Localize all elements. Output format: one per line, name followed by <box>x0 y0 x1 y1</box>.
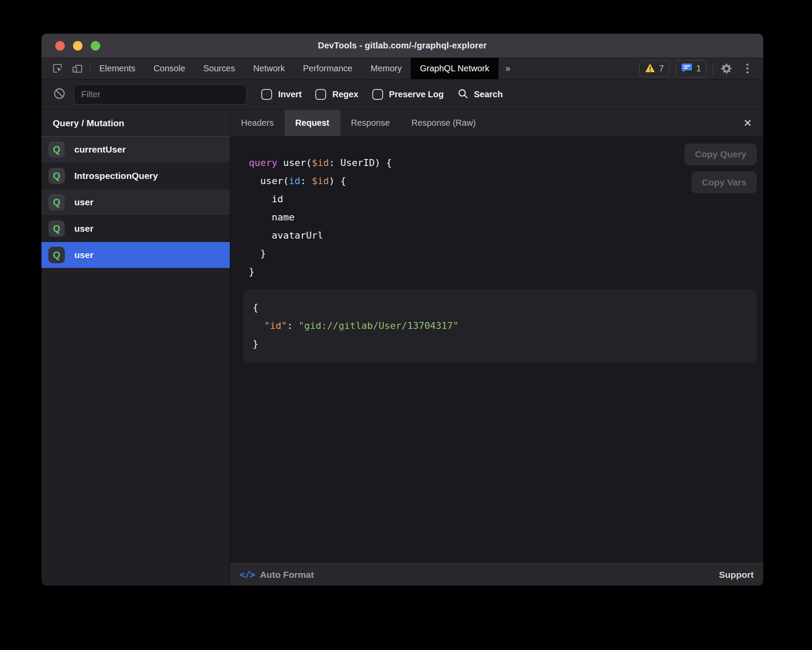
filter-input[interactable] <box>74 84 247 105</box>
query-list-item-introspectionquery[interactable]: QIntrospectionQuery <box>41 163 230 189</box>
sidebar-header: Query / Mutation <box>41 110 230 137</box>
search-icon <box>457 88 469 101</box>
query-type-icon: Q <box>48 194 65 210</box>
clear-block-icon[interactable] <box>54 88 65 101</box>
panel-tabs: HeadersRequestResponseResponse (Raw) ✕ <box>230 110 763 137</box>
query-list-item-user[interactable]: Quser <box>41 189 230 216</box>
inspect-element-icon[interactable] <box>51 62 64 75</box>
query-name-label: currentUser <box>74 144 126 155</box>
toolbar-right-divider <box>713 63 713 75</box>
warning-count: 7 <box>659 64 664 73</box>
code-line: } <box>249 263 763 281</box>
code-line: name <box>249 208 763 226</box>
query-variables-box: { "id": "gid://gitlab/User/13704317"} <box>243 290 757 362</box>
copy-query-button[interactable]: Copy Query <box>685 143 757 165</box>
panel-footer: </> Auto Format Support <box>230 563 763 586</box>
toolbar-tabs: ElementsConsoleSourcesNetworkPerformance… <box>90 58 498 79</box>
filter-bar: InvertRegexPreserve Log Search <box>41 80 763 110</box>
checkbox-invert[interactable]: Invert <box>261 89 301 100</box>
code-line: "id": "gid://gitlab/User/13704317" <box>253 317 757 335</box>
toolbar-tab-graphql-network[interactable]: GraphQL Network <box>411 58 498 79</box>
warnings-badge[interactable]: 7 <box>639 61 669 77</box>
checkbox-label: Preserve Log <box>389 89 444 99</box>
filter-checkboxes: InvertRegexPreserve Log <box>261 89 444 100</box>
checkbox-label: Regex <box>332 89 358 99</box>
close-panel-icon[interactable]: ✕ <box>740 110 755 136</box>
title-bar: DevTools - gitlab.com/-/graphql-explorer <box>41 34 763 58</box>
query-type-icon: Q <box>48 141 65 158</box>
devtools-toolbar: ElementsConsoleSourcesNetworkPerformance… <box>41 58 763 80</box>
toolbar-tab-performance[interactable]: Performance <box>294 58 362 79</box>
toolbar-tab-network[interactable]: Network <box>244 58 294 79</box>
query-list-item-currentuser[interactable]: QcurrentUser <box>41 137 230 163</box>
checkbox-box-invert[interactable] <box>261 89 272 100</box>
minimize-window-button[interactable] <box>73 41 82 51</box>
close-window-button[interactable] <box>55 41 65 51</box>
search-group[interactable]: Search <box>457 88 503 101</box>
auto-format-label: Auto Format <box>260 570 314 580</box>
panel-tab-response-raw[interactable]: Response (Raw) <box>401 110 487 136</box>
query-name-label: user <box>74 223 93 234</box>
checkbox-box-preserve-log[interactable] <box>372 89 383 100</box>
toolbar-tab-console[interactable]: Console <box>144 58 194 79</box>
query-name-label: IntrospectionQuery <box>74 171 158 181</box>
zoom-window-button[interactable] <box>91 41 100 51</box>
copy-vars-button[interactable]: Copy Vars <box>691 172 757 193</box>
checkbox-box-regex[interactable] <box>315 89 326 100</box>
query-type-icon: Q <box>48 168 65 184</box>
chevron-double-right-icon: » <box>505 63 511 74</box>
query-type-icon: Q <box>48 247 65 263</box>
toolbar-tab-memory[interactable]: Memory <box>362 58 411 79</box>
panel-tab-request[interactable]: Request <box>285 110 340 136</box>
checkbox-label: Invert <box>278 89 301 99</box>
search-label: Search <box>474 89 503 99</box>
code-brackets-icon: </> <box>240 570 255 580</box>
code-line: } <box>253 335 757 353</box>
code-line: avatarUrl <box>249 226 763 245</box>
checkbox-regex[interactable]: Regex <box>315 89 358 100</box>
panel-tab-headers[interactable]: Headers <box>230 110 285 136</box>
query-name-label: user <box>74 197 93 207</box>
devtools-window: DevTools - gitlab.com/-/graphql-explorer… <box>41 34 763 586</box>
query-list: QcurrentUserQIntrospectionQueryQuserQuse… <box>41 137 230 268</box>
chat-bubble-icon <box>681 63 692 75</box>
query-list-item-user[interactable]: Quser <box>41 216 230 242</box>
toolbar-tab-elements[interactable]: Elements <box>90 58 144 79</box>
more-tabs-button[interactable]: » <box>498 58 517 79</box>
auto-format-button[interactable]: </> Auto Format <box>240 570 314 580</box>
code-line: } <box>249 245 763 263</box>
kebab-menu-icon[interactable] <box>740 61 755 76</box>
detail-panel: HeadersRequestResponseResponse (Raw) ✕ q… <box>230 110 763 586</box>
issues-badge[interactable]: 1 <box>676 60 707 77</box>
toolbar-tab-sources[interactable]: Sources <box>194 58 244 79</box>
query-sidebar: Query / Mutation QcurrentUserQIntrospect… <box>41 110 230 586</box>
traffic-lights <box>55 34 100 57</box>
support-link[interactable]: Support <box>719 570 754 580</box>
request-tab-content: query user($id: UserID) { user(id: $id) … <box>230 137 763 563</box>
checkbox-preserve-log[interactable]: Preserve Log <box>372 89 444 100</box>
query-type-icon: Q <box>48 220 65 237</box>
graphql-query-code: query user($id: UserID) { user(id: $id) … <box>230 137 763 281</box>
code-line: { <box>253 299 757 317</box>
panel-tab-response[interactable]: Response <box>340 110 401 136</box>
warning-icon <box>645 63 655 74</box>
settings-gear-icon[interactable] <box>719 61 734 76</box>
issue-count: 1 <box>696 64 701 73</box>
query-list-item-user[interactable]: Quser <box>41 242 230 268</box>
query-name-label: user <box>74 250 93 260</box>
device-toolbar-icon[interactable] <box>71 62 84 75</box>
window-title: DevTools - gitlab.com/-/graphql-explorer <box>318 41 487 51</box>
